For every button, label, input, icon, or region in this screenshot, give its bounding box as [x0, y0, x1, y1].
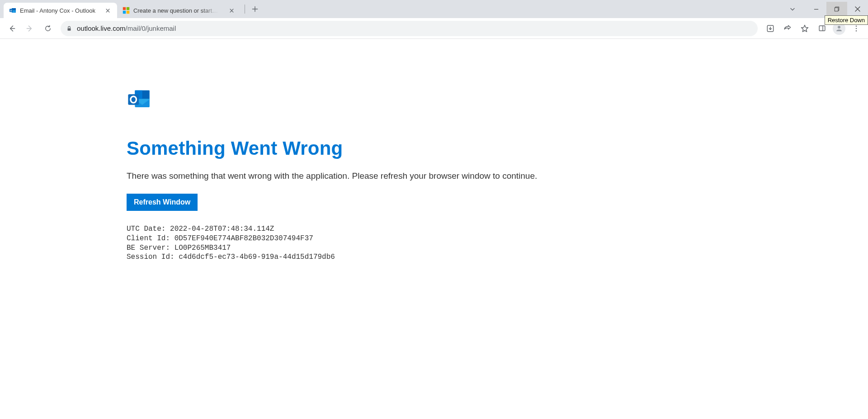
- diag-utc-label: UTC Date:: [127, 225, 165, 233]
- svg-rect-5: [127, 7, 129, 10]
- close-icon[interactable]: [104, 7, 112, 14]
- svg-rect-4: [123, 7, 126, 10]
- svg-point-16: [856, 30, 857, 31]
- tab-microsoft[interactable]: Create a new question or start a ...: [117, 3, 244, 18]
- svg-rect-7: [127, 11, 129, 14]
- tabs: O Email - Antony Cox - Outlook Create a …: [0, 0, 261, 18]
- tab-separator: [245, 5, 245, 14]
- svg-text:O: O: [10, 10, 12, 12]
- window-controls: Restore Down: [785, 0, 868, 18]
- close-icon[interactable]: [228, 7, 236, 14]
- error-heading: Something Went Wrong: [127, 138, 868, 159]
- restore-tooltip: Restore Down: [825, 15, 868, 25]
- outlook-logo: [127, 89, 151, 110]
- microsoft-favicon: [123, 7, 130, 14]
- tab-outlook[interactable]: O Email - Antony Cox - Outlook: [4, 3, 117, 18]
- svg-point-14: [856, 25, 857, 26]
- page-content: Something Went Wrong There was something…: [0, 39, 868, 262]
- svg-rect-12: [819, 26, 825, 31]
- tab-title: Email - Antony Cox - Outlook: [20, 7, 95, 14]
- address-bar[interactable]: outlook.live.com/mail/0/junkemail: [61, 21, 758, 36]
- titlebar: O Email - Antony Cox - Outlook Create a …: [0, 0, 868, 18]
- lock-icon: [66, 25, 72, 32]
- svg-point-13: [838, 26, 840, 29]
- diag-client-value: 0D57EF940E774ABF82B032D307494F37: [175, 234, 313, 243]
- svg-rect-6: [123, 11, 126, 14]
- diag-session-label: Session Id:: [127, 253, 175, 261]
- url-text: outlook.live.com/mail/0/junkemail: [77, 24, 176, 32]
- reload-button[interactable]: [40, 20, 56, 37]
- diag-be-label: BE Server:: [127, 244, 170, 252]
- error-message: There was something that went wrong with…: [127, 171, 868, 181]
- svg-point-15: [856, 28, 857, 29]
- forward-button[interactable]: [22, 20, 38, 37]
- minimize-button[interactable]: [806, 2, 826, 16]
- bookmark-icon[interactable]: [797, 20, 813, 37]
- url-path: /mail/0/junkemail: [126, 24, 176, 32]
- svg-rect-9: [835, 8, 838, 11]
- restore-button[interactable]: [826, 2, 847, 16]
- url-host: outlook.live.com: [77, 24, 126, 32]
- close-window-button[interactable]: [847, 2, 868, 16]
- diagnostics: UTC Date: 2022-04-28T07:48:34.114Z Clien…: [127, 224, 868, 262]
- diag-client-label: Client Id:: [127, 234, 170, 243]
- diag-be-value: LO0P265MB3417: [175, 244, 231, 252]
- diag-utc-value: 2022-04-28T07:48:34.114Z: [170, 225, 274, 233]
- outlook-favicon: O: [9, 7, 16, 14]
- back-button[interactable]: [4, 20, 20, 37]
- tab-title: Create a new question or start a ...: [133, 7, 219, 14]
- svg-rect-10: [68, 28, 71, 30]
- diag-session-value: c4d6dcf5-ec73-4b69-919a-44d15d179db6: [179, 253, 335, 261]
- tab-search-button[interactable]: [785, 3, 800, 15]
- share-icon[interactable]: [779, 20, 796, 37]
- toolbar: outlook.live.com/mail/0/junkemail: [0, 18, 868, 39]
- new-tab-button[interactable]: [249, 3, 261, 15]
- refresh-window-button[interactable]: Refresh Window: [127, 194, 198, 211]
- install-app-icon[interactable]: [762, 20, 778, 37]
